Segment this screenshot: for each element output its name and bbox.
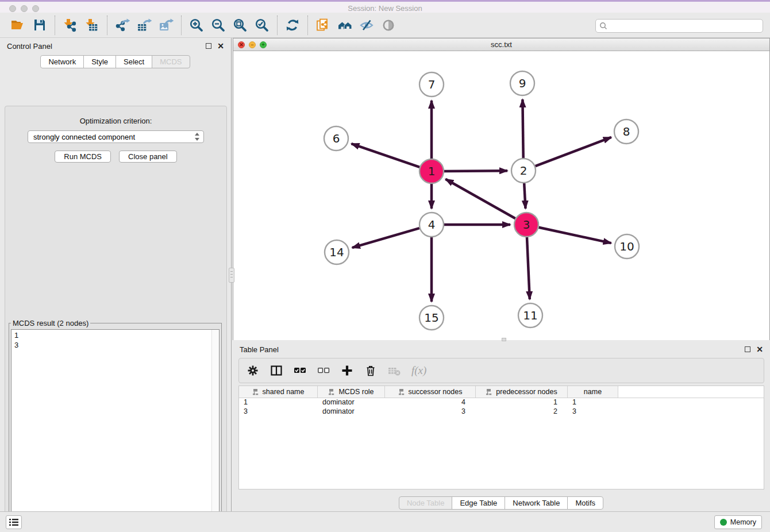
home-layout-button[interactable] [334, 15, 356, 36]
column-header-predecessor-nodes[interactable]: predecessor nodes [476, 386, 568, 398]
optimization-criterion-select[interactable]: strongly connected component [28, 130, 204, 143]
delete-table-button [388, 364, 401, 377]
unselect-all-button[interactable] [317, 364, 330, 377]
column-header-name[interactable]: name [568, 386, 618, 398]
network-maximize-icon[interactable]: + [260, 41, 267, 48]
network-canvas[interactable]: 7 9 6 8 1 2 4 3 14 10 15 11 [233, 51, 769, 340]
tab-motifs[interactable]: Motifs [567, 496, 603, 510]
column-layout-icon [270, 364, 283, 377]
graph-node-6[interactable]: 6 [324, 126, 348, 151]
hide-panel-button[interactable] [356, 15, 378, 36]
graph-edge-2-9[interactable] [522, 99, 523, 158]
settings-gear-button[interactable] [247, 364, 259, 377]
graph-node-7[interactable]: 7 [419, 72, 444, 97]
graph-node-10[interactable]: 10 [615, 234, 639, 259]
graph-edge-2-8[interactable] [536, 137, 611, 166]
graph-edge-1-6[interactable] [352, 144, 420, 167]
graph-node-8[interactable]: 8 [614, 119, 638, 144]
chevron-up-down-icon [194, 132, 200, 141]
zoom-selected-button[interactable] [251, 15, 273, 36]
import-table-button[interactable] [81, 15, 103, 36]
tab-select[interactable]: Select [116, 55, 152, 68]
network-minimize-icon[interactable]: − [249, 41, 256, 48]
tab-network[interactable]: Network [40, 55, 84, 68]
graph-edge-4-14[interactable] [352, 228, 419, 248]
add-column-button[interactable] [341, 364, 353, 377]
task-history-button[interactable] [6, 515, 22, 529]
graph-node-1[interactable]: 1 [419, 159, 444, 183]
network-graph[interactable]: 7 9 6 8 1 2 4 3 14 10 15 11 [233, 51, 769, 340]
gray-eye-icon [381, 18, 396, 33]
column-attribute-icon [398, 388, 405, 395]
run-mcds-button[interactable]: Run MCDS [55, 151, 111, 163]
export-table-button[interactable] [133, 15, 155, 36]
mcds-result-text: 1 3 [11, 330, 211, 532]
optimization-criterion-label: Optimization criterion: [5, 117, 226, 125]
graph-node-15[interactable]: 15 [419, 306, 444, 330]
svg-text:4: 4 [428, 218, 436, 232]
import-network-button[interactable] [59, 15, 81, 36]
memory-button[interactable]: Memory [714, 515, 762, 529]
float-panel-icon[interactable] [206, 43, 211, 49]
column-header-shared-name[interactable]: shared name [239, 386, 318, 398]
graph-node-3[interactable]: 3 [514, 213, 538, 237]
graph-node-9[interactable]: 9 [510, 71, 534, 95]
network-window-titlebar[interactable]: ✕ − + scc.txt [233, 38, 769, 51]
network-close-icon[interactable]: ✕ [238, 41, 245, 48]
panel-splitter-handle[interactable] [229, 268, 234, 283]
close-panel-icon[interactable]: ✕ [217, 43, 224, 49]
status-bar: Memory [0, 511, 770, 532]
close-panel-button[interactable]: Close panel [119, 151, 177, 163]
delete-table-icon [388, 364, 401, 377]
window-titlebar: Session: New Session [0, 0, 770, 13]
mcds-result-title: MCDS result (2 nodes) [11, 319, 90, 327]
refresh-button[interactable] [282, 15, 303, 36]
zoom-fit-button[interactable] [229, 15, 251, 36]
delete-column-button[interactable] [364, 364, 377, 377]
mcds-result-textarea[interactable]: 1 3 [11, 329, 220, 532]
graph-edge-1-2[interactable] [444, 171, 507, 171]
list-icon [9, 518, 18, 526]
graph-node-11[interactable]: 11 [518, 303, 542, 327]
export-network-button[interactable] [111, 15, 133, 36]
zoom-in-button[interactable] [186, 15, 207, 36]
mcds-panel: Optimization criterion: strongly connect… [5, 106, 227, 532]
control-panel: Control Panel ✕ NetworkStyleSelectMCDS O… [0, 38, 232, 511]
memory-status-icon [720, 519, 727, 526]
search-box [595, 19, 763, 33]
graph-node-14[interactable]: 14 [325, 240, 349, 264]
table-cell: 3 [568, 407, 618, 417]
table-cell: 1 [568, 398, 618, 407]
tab-style[interactable]: Style [83, 55, 116, 68]
select-all-button[interactable] [294, 364, 306, 377]
column-layout-button[interactable] [270, 364, 283, 377]
column-header-MCDS-role[interactable]: MCDS role [318, 386, 385, 398]
search-input[interactable] [610, 22, 759, 30]
column-header-successor-nodes[interactable]: successor nodes [385, 386, 476, 398]
open-file-button[interactable] [7, 15, 29, 36]
gray-eye-button[interactable] [378, 15, 399, 36]
graph-node-2[interactable]: 2 [511, 159, 536, 183]
graph-edge-3-10[interactable] [539, 228, 611, 243]
graph-edge-2-3[interactable] [524, 183, 525, 209]
zoom-out-button[interactable] [207, 15, 229, 36]
tab-edge-table[interactable]: Edge Table [452, 496, 505, 510]
export-image-button[interactable] [155, 15, 177, 36]
table-close-panel-icon[interactable]: ✕ [756, 346, 763, 352]
memory-label: Memory [730, 518, 756, 526]
table-panel-title: Table Panel [240, 345, 279, 354]
table-cell: 1 [239, 398, 318, 407]
graph-node-4[interactable]: 4 [419, 213, 444, 237]
table-row[interactable]: 3dominator323 [239, 407, 764, 417]
save-session-button[interactable] [29, 15, 51, 36]
duplicate-network-button[interactable] [312, 15, 334, 36]
tab-mcds[interactable]: MCDS [152, 55, 190, 68]
graph-edge-3-1[interactable] [445, 179, 515, 219]
table-float-panel-icon[interactable] [745, 346, 750, 352]
tab-node-table[interactable]: Node Table [399, 496, 453, 510]
graph-edge-3-11[interactable] [527, 237, 530, 299]
result-scrollbar[interactable] [211, 330, 219, 532]
tab-network-table[interactable]: Network Table [505, 496, 568, 510]
table-row[interactable]: 1dominator411 [239, 398, 764, 407]
svg-text:9: 9 [519, 76, 526, 90]
